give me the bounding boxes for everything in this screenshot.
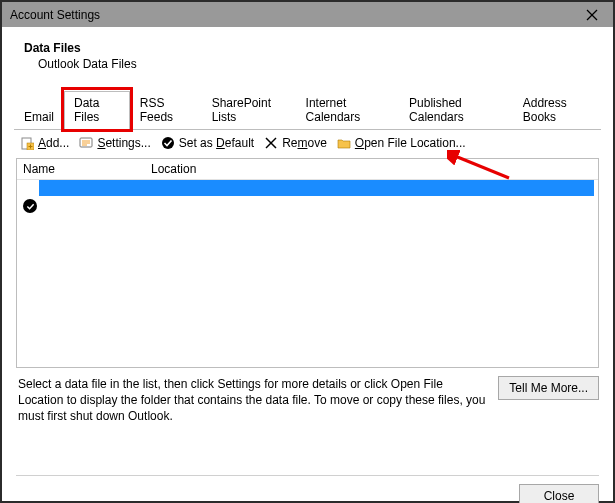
tab-data-files[interactable]: Data Files [64, 91, 130, 130]
add-button[interactable]: Add... [20, 136, 69, 150]
delete-icon [264, 136, 278, 150]
close-button[interactable] [571, 2, 613, 27]
titlebar-title: Account Settings [10, 8, 100, 22]
heading-title: Data Files [24, 41, 613, 55]
tab-rss-feeds[interactable]: RSS Feeds [130, 91, 202, 129]
footer: Close [2, 476, 613, 503]
dialog-window: Account Settings Data Files Outlook Data… [0, 0, 615, 503]
toolbar: Add... Settings... Set as Default Remove… [2, 130, 613, 154]
tab-email[interactable]: Email [14, 105, 64, 129]
open-file-location-button[interactable]: Open File Location... [337, 136, 466, 150]
list-header: Name Location [17, 159, 598, 180]
settings-button[interactable]: Settings... [79, 136, 150, 150]
svg-point-10 [162, 137, 174, 149]
close-icon [586, 9, 598, 21]
remove-button[interactable]: Remove [264, 136, 327, 150]
close-dialog-button[interactable]: Close [519, 484, 599, 503]
default-check-icon [23, 199, 37, 213]
settings-icon [79, 136, 93, 150]
help-row: Select a data file in the list, then cli… [18, 376, 599, 425]
tab-published-calendars[interactable]: Published Calendars [399, 91, 513, 129]
list-row-selected[interactable] [39, 180, 594, 196]
tab-internet-calendars[interactable]: Internet Calendars [296, 91, 400, 129]
folder-icon [337, 136, 351, 150]
heading-subtitle: Outlook Data Files [38, 57, 613, 71]
set-default-button[interactable]: Set as Default [161, 136, 254, 150]
list-row[interactable] [17, 198, 598, 214]
tabstrip: Email Data Files RSS Feeds SharePoint Li… [14, 91, 601, 130]
data-files-list[interactable]: Name Location [16, 158, 599, 368]
titlebar: Account Settings [2, 2, 613, 27]
tab-address-books[interactable]: Address Books [513, 91, 601, 129]
column-location[interactable]: Location [151, 162, 592, 176]
column-name[interactable]: Name [23, 162, 151, 176]
help-text: Select a data file in the list, then cli… [18, 376, 490, 425]
tab-sharepoint-lists[interactable]: SharePoint Lists [202, 91, 296, 129]
tell-me-more-button[interactable]: Tell Me More... [498, 376, 599, 400]
add-file-icon [20, 136, 34, 150]
checkmark-circle-icon [161, 136, 175, 150]
heading: Data Files Outlook Data Files [2, 27, 613, 81]
